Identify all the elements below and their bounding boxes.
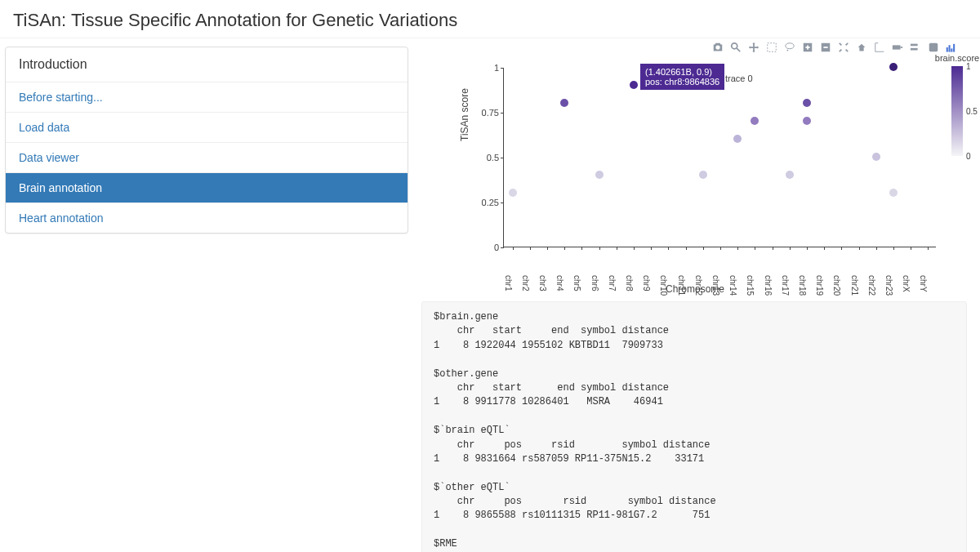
data-point[interactable] — [595, 171, 604, 179]
x-tick: chr17 — [781, 275, 790, 296]
x-tick: chr23 — [884, 275, 893, 296]
sidebar-item-before-starting[interactable]: Before starting... — [6, 82, 408, 112]
x-tick: chr13 — [711, 275, 720, 296]
data-point[interactable] — [872, 153, 880, 161]
y-tick-line — [501, 158, 504, 158]
legend-tick-mid: 0.5 — [966, 107, 978, 116]
x-tick: chr22 — [867, 275, 876, 296]
x-tick: chr1 — [504, 275, 513, 291]
x-tick-line — [859, 247, 860, 250]
y-tick: 1 — [471, 63, 499, 73]
x-tick-line — [513, 247, 514, 250]
x-tick-line — [893, 247, 894, 250]
x-tick-line — [841, 247, 842, 250]
sidebar-item-heart-annotation[interactable]: Heart annotation — [6, 203, 408, 233]
sidebar-item-brain-annotation[interactable]: Brain annotation — [6, 172, 408, 203]
x-tick-line — [755, 247, 755, 250]
x-tick-line — [807, 247, 808, 250]
x-tick: chr19 — [815, 275, 824, 296]
svg-rect-17 — [953, 44, 955, 52]
x-tick: chr8 — [625, 275, 634, 291]
x-tick-line — [668, 247, 669, 250]
sidebar-item-data-viewer[interactable]: Data viewer — [6, 142, 408, 172]
y-tick-line — [501, 247, 504, 248]
y-tick-line — [501, 68, 504, 69]
x-tick: chr9 — [642, 275, 651, 291]
x-tick-line — [720, 247, 721, 250]
x-tick-line — [547, 247, 548, 250]
x-tick-line — [876, 247, 877, 250]
x-tick: chr18 — [798, 275, 807, 296]
x-tick: chr6 — [590, 275, 599, 291]
main-panel: TiSAn score Chromosome 00.250.50.751chr1… — [408, 38, 980, 552]
y-tick-line — [501, 113, 504, 114]
plot-region[interactable]: 00.250.50.751chr1chr2chr3chr4chr5chr6chr… — [503, 68, 936, 247]
svg-rect-14 — [947, 47, 948, 52]
legend-colorbar: 1 0.5 0 — [951, 66, 963, 156]
x-tick: chrX — [902, 275, 911, 292]
sidebar-heading: Introduction — [6, 47, 408, 82]
bars-icon[interactable] — [946, 42, 957, 53]
data-point[interactable] — [699, 171, 707, 179]
x-tick-line — [617, 247, 617, 250]
x-tick-line — [911, 247, 911, 250]
x-tick: chr10 — [659, 275, 668, 296]
x-tick: chr21 — [850, 275, 859, 296]
x-tick: chr5 — [572, 275, 581, 291]
x-tick: chr3 — [538, 275, 547, 291]
x-tick-line — [737, 247, 738, 250]
y-tick: 0.5 — [471, 153, 499, 162]
x-tick: chr11 — [677, 275, 686, 296]
data-point[interactable] — [803, 117, 811, 125]
data-point[interactable] — [509, 189, 517, 197]
x-tick: chr2 — [521, 275, 530, 291]
data-point[interactable] — [786, 171, 794, 179]
x-tick: chr15 — [746, 275, 755, 296]
data-point[interactable] — [889, 63, 898, 71]
x-tick: chr20 — [832, 275, 841, 296]
x-tick-line — [790, 247, 791, 250]
x-tick-line — [703, 247, 704, 250]
x-tick: chr4 — [555, 275, 564, 291]
x-tick: chr16 — [764, 275, 773, 296]
data-point[interactable] — [803, 99, 811, 107]
svg-rect-15 — [949, 45, 951, 51]
y-tick-line — [501, 203, 504, 203]
data-point[interactable] — [889, 189, 898, 197]
page-title: TiSAn: Tissue Specific Annotation for Ge… — [13, 10, 967, 31]
x-tick: chr14 — [728, 275, 737, 296]
chart-area[interactable]: TiSAn score Chromosome 00.250.50.751chr1… — [454, 43, 936, 296]
sidebar: Introduction Before starting...Load data… — [0, 38, 408, 552]
x-tick-line — [581, 247, 582, 250]
y-tick: 0.25 — [471, 198, 499, 207]
main-container: Introduction Before starting...Load data… — [0, 38, 980, 552]
x-tick-line — [599, 247, 600, 250]
x-tick-line — [824, 247, 825, 250]
x-tick-line — [564, 247, 565, 250]
x-tick-line — [651, 247, 652, 250]
x-tick-line — [686, 247, 687, 250]
legend-tick-max: 1 — [966, 62, 971, 71]
data-point[interactable] — [733, 135, 742, 143]
console-output: $brain.gene chr start end symbol distanc… — [421, 301, 967, 552]
x-tick-line — [928, 247, 929, 250]
legend-tick-min: 0 — [966, 152, 971, 161]
x-tick-line — [530, 247, 531, 250]
data-point[interactable] — [751, 117, 759, 125]
sidebar-panel: Introduction Before starting...Load data… — [5, 47, 408, 234]
y-tick: 0.75 — [471, 108, 499, 118]
data-point[interactable] — [560, 99, 568, 107]
color-legend: brain.score 1 0.5 0 — [933, 53, 980, 156]
sidebar-item-load-data[interactable]: Load data — [6, 112, 408, 142]
x-tick: chr7 — [608, 275, 617, 291]
y-tick: 0 — [471, 243, 499, 252]
legend-title: brain.score — [933, 53, 980, 63]
data-point[interactable] — [630, 81, 638, 89]
y-axis-label: TiSAn score — [459, 88, 470, 141]
page-header: TiSAn: Tissue Specific Annotation for Ge… — [0, 0, 980, 38]
x-tick-line — [773, 247, 773, 250]
hover-trace-label: trace 0 — [725, 73, 753, 83]
x-tick: chr12 — [694, 275, 703, 296]
x-tick-line — [634, 247, 635, 250]
x-tick: chrY — [919, 275, 928, 292]
